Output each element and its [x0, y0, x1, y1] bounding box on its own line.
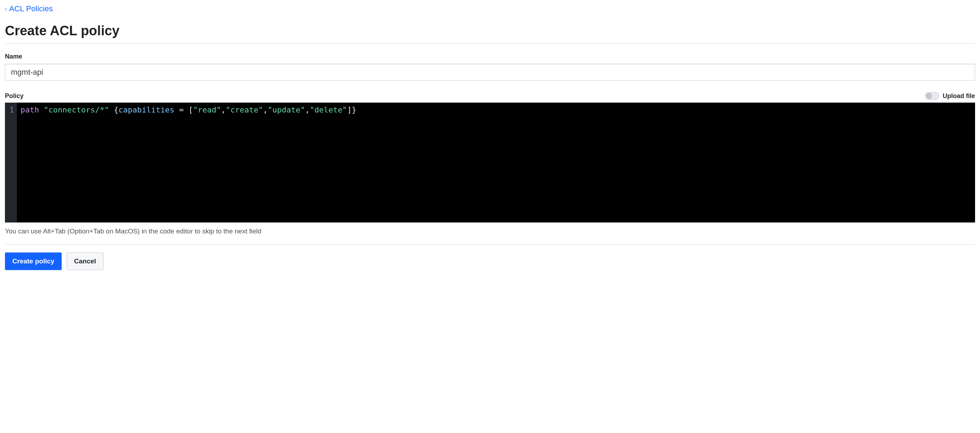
token-string-create: "create"	[226, 105, 263, 114]
breadcrumb-parent-link[interactable]: ACL Policies	[9, 4, 53, 13]
token-space	[39, 105, 44, 114]
name-input[interactable]	[5, 64, 975, 81]
policy-code-editor[interactable]: 1 path "connectors/*" {capabilities = ["…	[5, 102, 975, 222]
title-divider	[5, 43, 975, 44]
token-space	[174, 105, 179, 114]
token-space	[109, 105, 114, 114]
form-actions: Create policy Cancel	[5, 252, 975, 270]
token-bracket-open: [	[188, 105, 193, 114]
page-title: Create ACL policy	[5, 23, 975, 43]
policy-header: Policy Upload file	[5, 92, 975, 100]
actions-divider	[5, 244, 975, 245]
token-space	[184, 105, 188, 114]
editor-hint: You can use Alt+Tab (Option+Tab on MacOS…	[5, 227, 975, 235]
upload-file-control: Upload file	[925, 92, 975, 100]
upload-file-toggle[interactable]	[925, 92, 939, 100]
token-string-update: "update"	[268, 105, 305, 114]
policy-label: Policy	[5, 93, 24, 100]
create-policy-button[interactable]: Create policy	[5, 252, 62, 270]
token-string-delete: "delete"	[310, 105, 347, 114]
toggle-knob	[926, 93, 932, 99]
token-attr-capabilities: capabilities	[118, 105, 174, 114]
token-equals: =	[179, 105, 183, 114]
token-brace-close: }	[352, 105, 356, 114]
token-comma: ,	[305, 105, 310, 114]
token-bracket-close: ]	[347, 105, 352, 114]
cancel-button[interactable]: Cancel	[67, 252, 103, 270]
line-number: 1	[9, 105, 14, 115]
chevron-left-icon: ‹	[5, 6, 7, 12]
token-string-path: "connectors/*"	[44, 105, 109, 114]
upload-file-label: Upload file	[943, 93, 975, 100]
token-keyword-path: path	[21, 105, 39, 114]
breadcrumb: ‹ ACL Policies	[5, 4, 53, 13]
editor-content[interactable]: path "connectors/*" {capabilities = ["re…	[17, 102, 975, 222]
name-label: Name	[5, 53, 975, 60]
editor-gutter: 1	[5, 102, 17, 222]
token-brace-open: {	[114, 105, 118, 114]
token-comma: ,	[221, 105, 226, 114]
token-comma: ,	[263, 105, 268, 114]
token-string-read: "read"	[193, 105, 221, 114]
